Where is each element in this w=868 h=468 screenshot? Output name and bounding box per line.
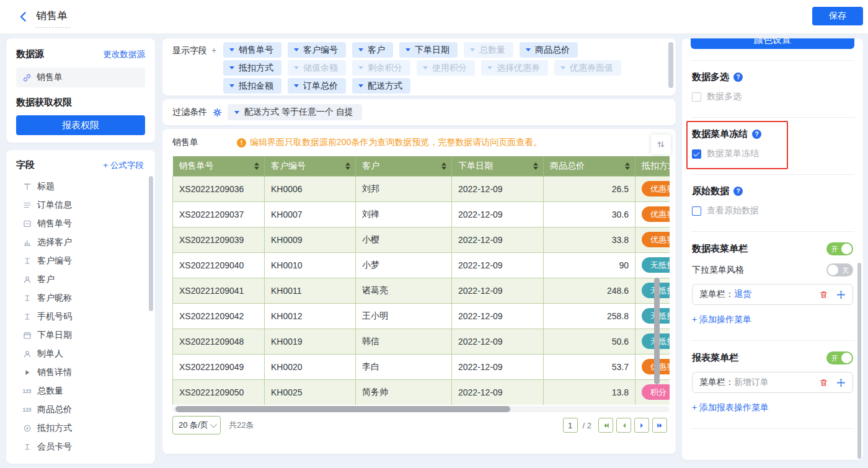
prev-page-button[interactable] [616, 418, 631, 433]
current-page-box[interactable]: 1 [563, 418, 578, 433]
table-sort-button[interactable] [651, 135, 671, 154]
add-display-field-button[interactable]: + [211, 45, 216, 55]
field-label: 手机号码 [37, 311, 72, 322]
field-item[interactable]: 抵扣方式 [16, 419, 149, 438]
display-fields-scrollbar[interactable] [668, 42, 673, 88]
checkbox-unchecked[interactable] [692, 92, 701, 102]
cell-order-date: 2022-12-09 [452, 201, 544, 227]
field-item[interactable]: 标题 [16, 177, 149, 196]
chip-label: 剩余积分 [368, 63, 402, 74]
datasource-item[interactable]: 销售单 [16, 68, 145, 87]
field-item[interactable]: 制单人 [16, 345, 149, 363]
field-item[interactable]: 手机号码 [16, 307, 149, 326]
trash-icon[interactable] [819, 290, 828, 299]
table-h-scrollbar[interactable] [175, 406, 510, 412]
display-field-chip[interactable]: 选择优惠券 [481, 60, 548, 76]
move-icon[interactable] [836, 290, 846, 299]
sort-icon [625, 162, 630, 170]
display-field-chip[interactable]: 配送方式 [352, 78, 410, 94]
display-field-chip[interactable]: 总数量 [464, 42, 513, 58]
column-header[interactable]: 商品总价 [544, 156, 636, 176]
report-menu-toggle[interactable]: 开 [826, 351, 853, 364]
display-field-chip[interactable]: 储值余额 [288, 60, 346, 76]
column-header[interactable]: 抵扣方式 [636, 156, 670, 176]
table-menu-title: 数据表菜单栏 [692, 243, 748, 255]
field-label: 客户编号 [37, 255, 72, 267]
move-icon[interactable] [836, 378, 846, 387]
column-header[interactable]: 客户编号 [265, 156, 356, 176]
last-page-button[interactable] [652, 418, 667, 433]
display-field-chip[interactable]: 销售单号 [223, 42, 281, 58]
display-field-chip[interactable]: 优惠券面值 [554, 60, 621, 76]
field-item[interactable]: 客户 [16, 270, 149, 289]
column-header[interactable]: 下单日期 [452, 156, 544, 176]
menu-item-value[interactable]: 退货 [734, 289, 751, 300]
help-icon[interactable]: ? [752, 130, 761, 139]
field-item[interactable]: 123商品总价 [16, 400, 149, 419]
table-row: XS20221209050KH0025简务帅2022-12-0913.8积分 [173, 379, 670, 405]
sort-icon [345, 162, 350, 170]
column-label: 下单日期 [458, 161, 493, 172]
filter-label: 过滤条件 [172, 107, 207, 118]
add-action-menu-link[interactable]: + 添加操作菜单 [692, 314, 853, 325]
table-v-scrollbar[interactable] [654, 278, 660, 384]
column-header[interactable]: 销售单号 [173, 156, 265, 176]
multi-select-checkbox-row[interactable]: 数据多选 [692, 91, 853, 102]
field-item[interactable]: 客户昵称 [16, 289, 149, 307]
chip-label: 总数量 [479, 45, 505, 56]
back-icon[interactable] [17, 11, 30, 23]
checkbox-checked[interactable] [692, 149, 701, 159]
trash-icon[interactable] [819, 378, 828, 387]
column-label: 客户编号 [271, 161, 306, 172]
field-item[interactable]: 客户编号 [16, 252, 149, 270]
menu-freeze-checkbox-row[interactable]: 数据菜单冻结 [692, 148, 853, 159]
field-item[interactable]: 123总数量 [16, 382, 149, 400]
table-row: XS20221209048KH0019韩信2022-12-0950.6无抵扣 [173, 329, 670, 354]
display-field-chip[interactable]: 使用积分 [417, 60, 475, 76]
raw-data-checkbox-row[interactable]: 查看原始数据 [692, 205, 853, 216]
field-item[interactable]: 销售详情 [16, 363, 149, 382]
field-item[interactable]: 会员卡号 [16, 438, 149, 456]
settings-panel: 颜色设置 数据多选 ? 数据多选 数据菜单冻结 ? 数据菜单冻结 原始数据 ? [682, 38, 863, 460]
field-item[interactable]: 选择客户 [16, 233, 149, 252]
display-field-chip[interactable]: 抵扣金额 [223, 78, 281, 94]
page-size-select[interactable]: 20 条/页 [172, 416, 221, 435]
filter-gear-icon[interactable] [213, 108, 222, 117]
add-formula-field-link[interactable]: + 公式字段 [103, 160, 144, 171]
fields-scrollbar[interactable] [149, 176, 153, 311]
filter-condition-chip[interactable]: 配送方式 等于任意一个 自提 [228, 104, 362, 120]
change-datasource-link[interactable]: 更改数据源 [104, 49, 146, 60]
checkbox-unchecked[interactable] [692, 206, 701, 216]
settings-scrollbar[interactable] [857, 263, 861, 459]
table-menu-toggle[interactable]: 开 [826, 242, 853, 255]
menu-item-box[interactable]: 菜单栏： 新增订单 [692, 372, 853, 393]
chevron-down-icon [358, 66, 363, 69]
display-field-chip[interactable]: 商品总价 [520, 42, 578, 58]
report-permission-button[interactable]: 报表权限 [16, 115, 145, 135]
save-button[interactable]: 保存 [812, 7, 863, 25]
display-field-chip[interactable]: 下单日期 [399, 42, 458, 58]
menu-item-value[interactable]: 新增订单 [734, 377, 769, 388]
menu-item-box[interactable]: 菜单栏： 退货 [692, 284, 853, 305]
cell-deduction: 优惠券 [636, 201, 670, 227]
help-icon[interactable]: ? [733, 73, 743, 82]
add-report-action-menu-link[interactable]: + 添加报表操作菜单 [692, 402, 853, 413]
display-field-chip[interactable]: 客户 [352, 42, 393, 58]
field-item[interactable]: 订单信息 [16, 196, 149, 214]
page-title[interactable]: 销售单 [36, 9, 70, 28]
first-page-button[interactable] [598, 418, 613, 433]
display-field-chip[interactable]: 订单总价 [288, 78, 346, 94]
cell-total-price: 90 [544, 252, 636, 278]
field-item[interactable]: 下单日期 [16, 326, 149, 345]
field-label: 抵扣方式 [37, 423, 72, 434]
color-settings-button[interactable]: 颜色设置 [691, 38, 854, 49]
next-page-button[interactable] [634, 418, 649, 433]
field-item[interactable]: 销售单号 [16, 214, 149, 233]
help-icon[interactable]: ? [733, 187, 743, 196]
display-field-chip[interactable]: 剩余积分 [352, 60, 410, 76]
column-header[interactable]: 客户 [356, 156, 452, 176]
display-field-chip[interactable]: 客户编号 [288, 42, 346, 58]
dropdown-style-toggle[interactable]: 关 [826, 263, 853, 276]
table-row: XS20221209041KH0011诸葛亮2022-12-09248.6无抵扣 [173, 278, 670, 303]
display-field-chip[interactable]: 抵扣方式 [223, 60, 281, 76]
